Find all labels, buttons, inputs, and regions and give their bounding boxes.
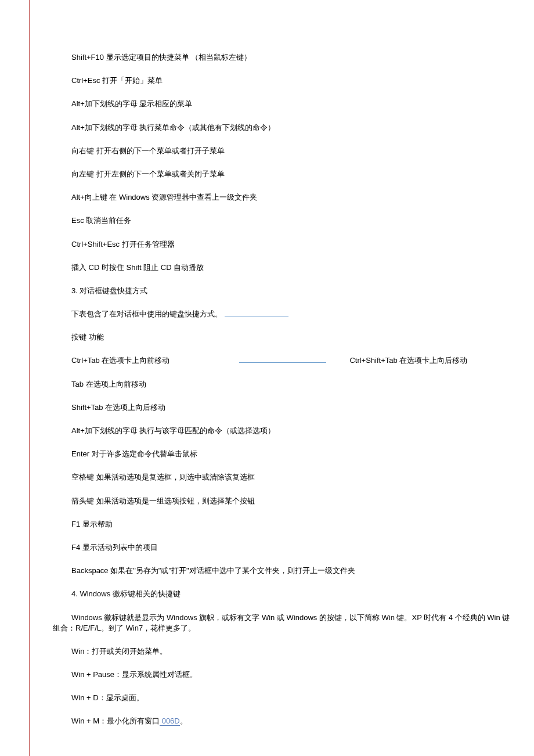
text-content: 。 xyxy=(180,717,187,725)
section-heading: 3. 对话框键盘快捷方式 xyxy=(53,286,511,296)
text-line: Shift+Tab 在选项上向后移动 xyxy=(53,402,511,413)
text-line: Enter 对于许多选定命令代替单击鼠标 xyxy=(53,449,511,459)
text-line: Tab 在选项上向前移动 xyxy=(53,379,511,390)
text-line: Win：打开或关闭开始菜单。 xyxy=(53,646,511,657)
text-content: 下表包含了在对话框中使用的键盘快捷方式。 xyxy=(71,309,222,318)
text-line: 下表包含了在对话框中使用的键盘快捷方式。 xyxy=(53,309,511,319)
text-line: 空格键 如果活动选项是复选框，则选中或清除该复选框 xyxy=(53,472,511,483)
text-line: Win + Pause：显示系统属性对话框。 xyxy=(53,669,511,680)
text-line: Ctrl+Shift+Esc 打开任务管理器 xyxy=(53,239,511,250)
underline-blank xyxy=(225,310,288,316)
text-content: Win + M：最小化所有窗口 xyxy=(71,717,160,725)
text-content: Ctrl+Tab 在选项卡上向前移动 xyxy=(71,356,169,365)
text-line: F4 显示活动列表中的项目 xyxy=(53,542,511,553)
text-paragraph: Windows 徽标键就是显示为 Windows 旗帜，或标有文字 Win 或 … xyxy=(53,613,511,633)
text-line: Shift+F10 显示选定项目的快捷菜单 （相当鼠标左键） xyxy=(53,52,511,63)
text-line: 向右键 打开右侧的下一个菜单或者打开子菜单 xyxy=(53,146,511,156)
section-heading: 4. Windows 徽标键相关的快捷键 xyxy=(53,589,511,599)
link-006d[interactable]: 006D xyxy=(160,717,180,726)
text-line: 箭头键 如果活动选项是一组选项按钮，则选择某个按钮 xyxy=(53,496,511,506)
text-line: 按键 功能 xyxy=(53,332,511,343)
text-line: Win + D：显示桌面。 xyxy=(53,693,511,703)
text-line: 向左键 打开左侧的下一个菜单或者关闭子菜单 xyxy=(53,169,511,179)
text-line: Alt+加下划线的字母 显示相应的菜单 xyxy=(53,99,511,109)
document-page: Shift+F10 显示选定项目的快捷菜单 （相当鼠标左键） Ctrl+Esc … xyxy=(29,0,534,756)
text-line: 插入 CD 时按住 Shift 阻止 CD 自动播放 xyxy=(53,262,511,273)
text-line: Alt+加下划线的字母 执行与该字母匹配的命令（或选择选项） xyxy=(53,426,511,436)
text-line: Esc 取消当前任务 xyxy=(53,215,511,226)
text-line: F1 显示帮助 xyxy=(53,519,511,530)
text-line: Ctrl+Tab 在选项卡上向前移动Ctrl+Shift+Tab 在选项卡上向后… xyxy=(53,355,511,366)
text-line: Win + M：最小化所有窗口 006D。 xyxy=(53,716,511,726)
text-line: Alt+加下划线的字母 执行菜单命令（或其他有下划线的命令） xyxy=(53,123,511,133)
underline-blank xyxy=(239,357,326,363)
text-line: Alt+向上键 在 Windows 资源管理器中查看上一级文件夹 xyxy=(53,192,511,203)
text-content: Ctrl+Shift+Tab 在选项卡上向后移动 xyxy=(349,356,467,365)
text-line: Backspace 如果在"另存为"或"打开"对话框中选中了某个文件夹，则打开上… xyxy=(53,566,511,576)
text-line: Ctrl+Esc 打开「开始」菜单 xyxy=(53,75,511,86)
